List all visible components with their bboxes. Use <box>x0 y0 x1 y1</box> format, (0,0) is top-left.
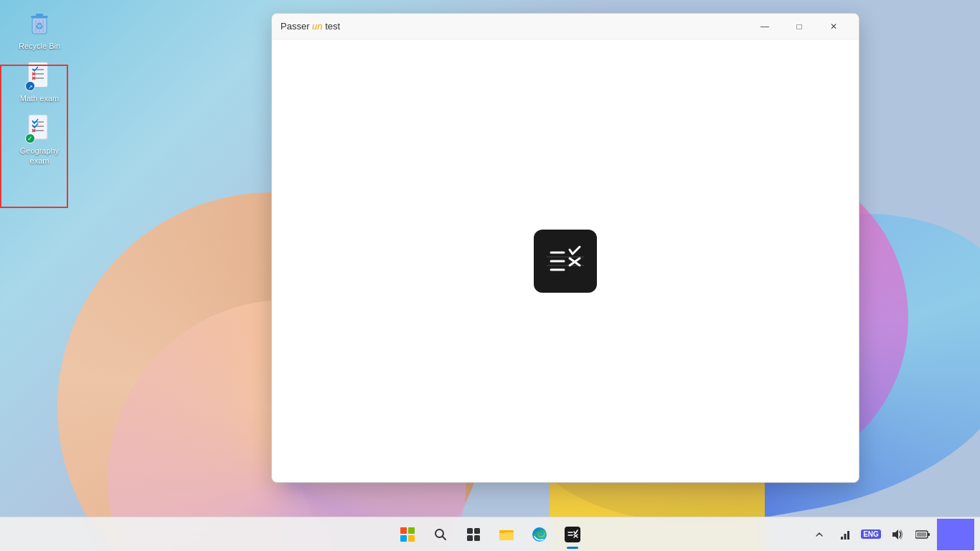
battery-button[interactable] <box>911 523 934 546</box>
taskbar-center-icons <box>392 519 588 550</box>
svg-rect-34 <box>474 528 480 534</box>
file-explorer-button[interactable] <box>491 519 522 550</box>
svg-rect-47 <box>847 531 849 540</box>
battery-icon <box>915 529 930 540</box>
math-exam-label: Math exam <box>20 94 59 103</box>
svg-rect-51 <box>917 532 926 537</box>
window-title: Passer un test <box>281 21 340 32</box>
maximize-button[interactable]: □ <box>783 15 816 38</box>
search-icon <box>433 527 448 542</box>
task-view-icon <box>466 527 481 542</box>
desktop-icon-recycle-bin[interactable]: ♻ Recycle Bin <box>11 7 68 54</box>
edge-browser-button[interactable] <box>524 519 555 550</box>
svg-rect-36 <box>474 535 480 541</box>
network-icon-button[interactable] <box>834 523 857 546</box>
recycle-bin-label: Recycle Bin <box>19 42 60 51</box>
volume-icon <box>890 528 903 541</box>
notification-area[interactable] <box>937 519 974 550</box>
desktop: ♻ Recycle Bin <box>0 0 980 551</box>
edge-icon <box>532 527 547 542</box>
desktop-icons-area: ♻ Recycle Bin <box>0 0 79 174</box>
minimize-button[interactable]: — <box>748 15 781 38</box>
svg-rect-1 <box>36 14 43 17</box>
start-button[interactable] <box>392 519 423 550</box>
window-titlebar: Passer un test — □ ✕ <box>272 14 859 39</box>
desktop-icon-geography-exam[interactable]: ✓ Geography exam <box>11 112 68 168</box>
volume-button[interactable] <box>885 523 908 546</box>
svg-line-32 <box>443 536 446 540</box>
svg-marker-48 <box>892 529 898 540</box>
svg-rect-50 <box>928 533 930 536</box>
show-hidden-icons-button[interactable] <box>808 523 831 546</box>
math-exam-icon: ↗ <box>25 62 54 91</box>
app-window: Passer un test — □ ✕ <box>271 13 859 483</box>
window-content <box>272 39 859 482</box>
file-explorer-icon <box>499 527 514 542</box>
desktop-icon-math-exam[interactable]: ↗ Math exam <box>11 60 68 106</box>
svg-rect-46 <box>844 534 847 540</box>
svg-rect-38 <box>499 532 514 540</box>
chevron-up-icon <box>815 530 824 539</box>
language-input-button[interactable]: ENG <box>859 523 882 546</box>
search-taskbar-button[interactable] <box>425 519 456 550</box>
task-view-button[interactable] <box>458 519 489 550</box>
windows-logo-icon <box>400 527 415 542</box>
checklist-app-icon <box>534 230 597 293</box>
language-indicator: ENG <box>861 529 881 539</box>
svg-rect-39 <box>499 530 505 533</box>
taskbar: ENG <box>0 517 980 551</box>
svg-rect-35 <box>467 535 473 541</box>
window-controls: — □ ✕ <box>748 15 850 38</box>
svg-rect-45 <box>841 537 843 540</box>
exam-app-taskbar-icon <box>565 527 580 542</box>
svg-rect-33 <box>467 528 473 534</box>
geography-exam-icon: ✓ <box>25 115 54 143</box>
taskbar-right-area: ENG <box>808 519 980 550</box>
geography-exam-label: Geography exam <box>14 146 65 165</box>
close-button[interactable]: ✕ <box>817 15 850 38</box>
window-title-highlight: un <box>312 21 322 32</box>
svg-text:↗: ↗ <box>28 84 33 90</box>
network-icon <box>839 528 852 541</box>
recycle-bin-icon: ♻ <box>25 10 54 39</box>
exam-app-taskbar-button[interactable] <box>557 519 588 550</box>
